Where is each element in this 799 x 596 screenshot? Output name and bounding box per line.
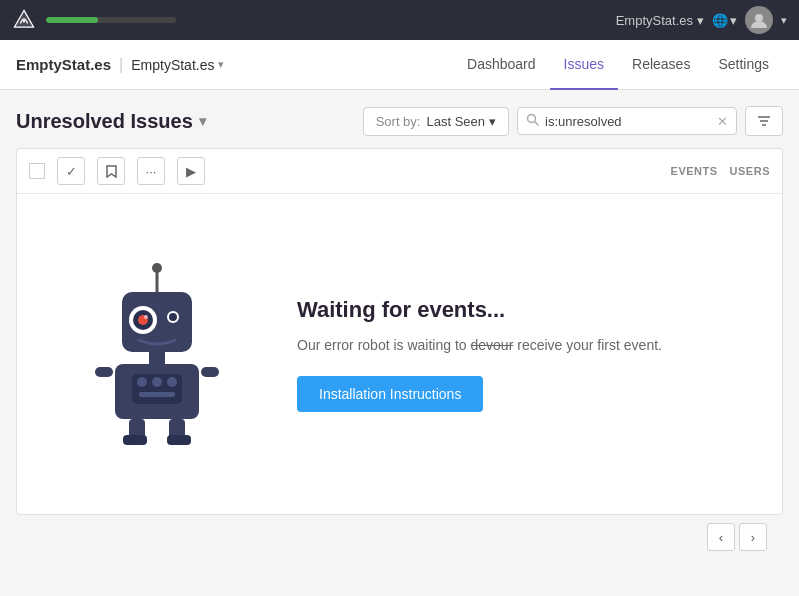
navbar-left: EmptyStat.es | EmptyStat.es ▾ [16,56,224,74]
empty-title: Waiting for events... [297,297,662,323]
sort-value: Last Seen [426,114,485,129]
resolve-icon: ✓ [66,164,77,179]
navbar: EmptyStat.es | EmptyStat.es ▾ Dashboard … [0,40,799,90]
sort-button[interactable]: Sort by: Last Seen ▾ [363,107,509,136]
search-text: is:unresolved [545,114,711,129]
topbar-right: EmptyStat.es ▾ 🌐 ▾ ▾ [616,6,787,34]
svg-rect-27 [123,435,147,445]
resolve-button[interactable]: ✓ [57,157,85,185]
issues-table: ✓ ··· ▶ EVENTS USERS [16,148,783,515]
filter-icon [756,113,772,129]
search-icon [526,113,539,129]
topbar: EmptyStat.es ▾ 🌐 ▾ ▾ [0,0,799,40]
pagination: ‹ › [16,515,783,559]
robot-svg [77,252,237,452]
sentry-logo [12,8,36,32]
issues-title-text: Unresolved Issues [16,110,193,133]
language-selector[interactable]: 🌐 ▾ [712,13,737,28]
install-instructions-button[interactable]: Installation Instructions [297,376,483,412]
svg-point-15 [169,313,177,321]
empty-desc-before: Our error robot is waiting to [297,337,471,353]
org-dropdown-icon: ▾ [697,13,704,28]
users-column-header: USERS [730,165,770,177]
play-icon: ▶ [186,164,196,179]
bookmark-icon [105,164,118,178]
filter-button[interactable] [745,106,783,136]
issues-filters: Sort by: Last Seen ▾ is:unresolved ✕ [363,106,783,136]
navbar-separator: | [119,56,123,74]
svg-point-19 [137,377,147,387]
svg-point-1 [755,14,763,22]
project-dropdown-icon: ▾ [218,58,224,71]
svg-point-13 [144,315,148,319]
svg-point-2 [528,115,536,123]
next-page-button[interactable]: › [739,523,767,551]
nav-item-settings[interactable]: Settings [704,40,783,90]
org-name: EmptyStat.es [616,13,693,28]
search-box: is:unresolved ✕ [517,107,737,135]
more-actions-button[interactable]: ··· [137,157,165,185]
nav-item-issues[interactable]: Issues [550,40,618,90]
svg-rect-24 [201,367,219,377]
svg-point-8 [152,263,162,273]
topbar-progress-bar-container [46,17,176,23]
svg-rect-22 [139,392,175,397]
search-clear-button[interactable]: ✕ [717,114,728,129]
avatar-icon [750,11,768,29]
svg-rect-28 [167,435,191,445]
svg-point-0 [23,20,25,22]
nav-item-releases[interactable]: Releases [618,40,704,90]
play-button[interactable]: ▶ [177,157,205,185]
issues-toolbar: ✓ ··· ▶ EVENTS USERS [17,149,782,194]
project-name: EmptyStat.es [131,57,214,73]
globe-icon: 🌐 [712,13,728,28]
topbar-left [12,8,176,32]
org-selector[interactable]: EmptyStat.es ▾ [616,13,704,28]
events-column-header: EVENTS [671,165,718,177]
bookmark-button[interactable] [97,157,125,185]
empty-desc-strikethrough: devour [471,337,514,353]
svg-point-21 [167,377,177,387]
sort-label: Sort by: [376,114,421,129]
select-all-checkbox[interactable] [29,163,45,179]
navbar-brand: EmptyStat.es [16,56,111,73]
svg-line-3 [535,122,538,125]
page-content: Unresolved Issues ▾ Sort by: Last Seen ▾… [0,90,799,596]
empty-content: Waiting for events... Our error robot is… [297,297,662,412]
globe-dropdown-icon: ▾ [730,13,737,28]
empty-description: Our error robot is waiting to devour rec… [297,335,662,356]
more-icon: ··· [146,164,157,179]
topbar-progress-fill [46,17,98,23]
avatar-dropdown-icon: ▾ [781,14,787,27]
prev-page-button[interactable]: ‹ [707,523,735,551]
issues-title-chevron: ▾ [199,113,206,129]
project-selector[interactable]: EmptyStat.es ▾ [131,57,224,73]
svg-point-20 [152,377,162,387]
robot-illustration [77,252,257,456]
nav-item-dashboard[interactable]: Dashboard [453,40,550,90]
svg-rect-23 [95,367,113,377]
sort-dropdown-icon: ▾ [489,114,496,129]
navbar-right: Dashboard Issues Releases Settings [453,40,783,90]
issues-header: Unresolved Issues ▾ Sort by: Last Seen ▾… [16,106,783,136]
empty-state: Waiting for events... Our error robot is… [17,194,782,514]
svg-rect-16 [149,352,165,364]
issues-title[interactable]: Unresolved Issues ▾ [16,110,206,133]
user-avatar[interactable] [745,6,773,34]
empty-desc-after: receive your first event. [513,337,662,353]
